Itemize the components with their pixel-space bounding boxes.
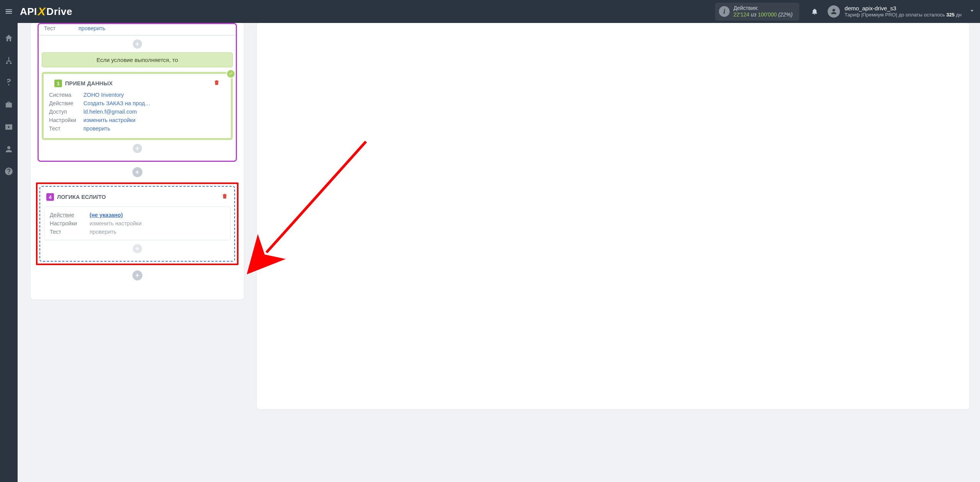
logo-x: X	[38, 5, 46, 18]
system-link[interactable]: ZOHO Inventory	[83, 92, 124, 98]
test-link[interactable]: проверить	[83, 125, 110, 132]
chevron-down-icon	[969, 7, 975, 14]
trash-icon	[221, 193, 228, 200]
avatar-icon	[828, 5, 840, 18]
logic-settings-disabled: изменить настройки	[90, 220, 142, 226]
sidebar	[0, 23, 18, 482]
block-title: ПРИЕМ ДАННЫХ	[65, 80, 113, 86]
block-number: 1	[54, 80, 62, 87]
test-link[interactable]: проверить	[78, 25, 105, 31]
user-menu[interactable]: demo_apix-drive_s3 Тариф |Премиум PRO| д…	[828, 5, 962, 18]
trash-icon	[213, 79, 220, 86]
check-badge-icon	[226, 69, 235, 78]
menu-toggle[interactable]	[0, 0, 18, 23]
add-step-button[interactable]: +	[133, 39, 142, 49]
home-icon[interactable]	[4, 34, 13, 43]
add-branch-button[interactable]: +	[132, 167, 142, 177]
user-menu-chevron[interactable]	[969, 7, 975, 16]
branch-container: Тест проверить + Если условие выполняетс…	[38, 23, 237, 162]
add-step-button[interactable]: +	[133, 244, 142, 253]
app-header: API X Drive i Действия: 22'124 из 100'00…	[0, 0, 980, 23]
prev-block-tail: Тест проверить	[39, 24, 236, 36]
plan-info: Тариф |Премиум PRO| до оплаты осталось 3…	[844, 12, 962, 18]
action-link[interactable]: Создать ЗАКАЗ на продажу	[83, 100, 152, 106]
highlight-box: 4 ЛОГИКА ЕСЛИ/ТО Действие(не указано) На…	[36, 182, 238, 265]
hamburger-icon	[5, 7, 13, 16]
logo-api: API	[20, 6, 37, 18]
main: Тест проверить + Если условие выполняетс…	[18, 23, 980, 482]
notifications-button[interactable]	[807, 8, 822, 15]
help-icon[interactable]	[4, 167, 13, 176]
video-icon[interactable]	[4, 122, 13, 132]
add-step-button[interactable]: +	[133, 144, 142, 153]
logic-action-empty-link[interactable]: (не указано)	[90, 212, 123, 218]
block-title: ЛОГИКА ЕСЛИ/ТО	[57, 194, 106, 200]
logic-test-disabled: проверить	[90, 229, 116, 235]
delete-block-button[interactable]	[213, 79, 220, 88]
logo-drive: Drive	[46, 6, 72, 18]
briefcase-icon[interactable]	[4, 100, 13, 109]
settings-link[interactable]: изменить настройки	[83, 117, 136, 123]
workflow-panel: Тест проверить + Если условие выполняетс…	[18, 23, 257, 313]
username: demo_apix-drive_s3	[844, 5, 962, 12]
connections-icon[interactable]	[4, 56, 13, 65]
receive-data-block[interactable]: 1 ПРИЕМ ДАННЫХ СистемаZOHO Inventory Дей…	[42, 72, 233, 140]
billing-icon[interactable]	[4, 78, 13, 87]
delete-block-button[interactable]	[221, 193, 228, 201]
row-key-test: Тест	[44, 24, 78, 33]
workflow-card: Тест проверить + Если условие выполняетс…	[31, 23, 244, 300]
bell-icon	[811, 8, 818, 15]
add-branch-button[interactable]: +	[132, 270, 142, 280]
info-icon: i	[719, 6, 730, 17]
actions-label: Действия:	[733, 5, 792, 12]
content-area	[257, 23, 969, 409]
access-link[interactable]: ld.helen.f@gmail.com	[83, 109, 137, 115]
profile-icon[interactable]	[4, 145, 13, 154]
actions-value: 22'124 из 100'000 (22%)	[733, 11, 792, 18]
block-number: 4	[46, 193, 54, 201]
logic-block[interactable]: 4 ЛОГИКА ЕСЛИ/ТО Действие(не указано) На…	[39, 186, 235, 262]
condition-true-bar: Если условие выполняется, то	[42, 52, 233, 67]
logo[interactable]: API X Drive	[20, 5, 72, 18]
actions-counter[interactable]: i Действия: 22'124 из 100'000 (22%)	[715, 3, 799, 21]
